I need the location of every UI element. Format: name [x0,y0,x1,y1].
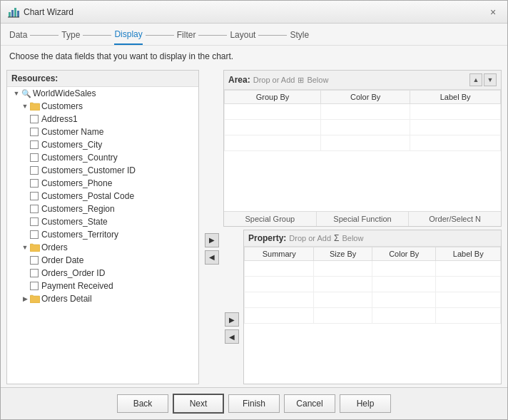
customers-postal-code-checkbox[interactable] [30,192,39,200]
finish-button[interactable]: Finish [228,394,280,413]
tree-container[interactable]: ▼ 🔍 WorldWideSales ▼ Customers [7,87,198,384]
orders-label: Orders [41,242,68,252]
property-table: Summary Size By Color By Label By [244,247,501,324]
customers-expand-icon[interactable]: ▼ [20,101,30,111]
tab-layout[interactable]: Layout [230,30,255,44]
area-table-body [225,104,501,151]
sub-tab-order-select-n[interactable]: Order/Select N [409,212,501,226]
tab-display[interactable]: Display [114,29,142,45]
address1-label: Address1 [41,114,78,124]
add-to-prop-button[interactable]: ▶ [225,312,239,327]
remove-from-prop-button[interactable]: ◀ [225,329,239,344]
cancel-button[interactable]: Cancel [284,394,335,413]
tree-item-orders-order-id[interactable]: Orders_Order ID [7,267,198,280]
customers-city-checkbox[interactable] [30,140,39,149]
window-title: Chart Wizard [24,7,73,17]
customers-label: Customers [41,101,83,111]
orders-expand-icon[interactable]: ▼ [20,242,30,252]
remove-from-area-button[interactable]: ◀ [205,250,219,265]
prop-empty-row-4 [245,307,501,323]
right-area: ▶ ◀ Area: Drop or Add ⊞ Below [203,70,502,384]
tree-item-customers[interactable]: ▼ Customers [7,100,198,113]
prop-empty-row-2 [245,276,501,292]
tree-root[interactable]: ▼ 🔍 WorldWideSales [7,87,198,100]
title-bar: Chart Wizard × [1,1,507,24]
area-col-label-by: Label By [410,91,501,104]
area-up-arrow[interactable]: ▲ [469,73,482,86]
tree-item-customers-territory[interactable]: Customers_Territory [7,228,198,241]
next-button[interactable]: Next [173,394,224,414]
root-expand-icon[interactable]: ▼ [11,88,21,98]
prop-col-size-by: Size By [314,247,372,260]
search-icon: 🔍 [21,89,31,98]
orders-detail-expand-icon[interactable]: ▶ [20,294,30,304]
orders-order-id-label: Orders_Order ID [41,268,105,278]
customers-territory-checkbox[interactable] [30,230,39,239]
area-col-group-by: Group By [225,91,321,104]
area-empty-row-1 [225,104,501,120]
tree-item-orders[interactable]: ▼ Orders [7,241,198,254]
add-to-area-button[interactable]: ▶ [205,233,219,247]
svg-rect-0 [9,12,11,17]
tab-sep-1 [30,35,59,36]
prop-drop-hint: Drop or Add [289,234,331,242]
close-button[interactable]: × [486,5,500,19]
tabs-row: Data Type Display Filter Layout Style [1,24,507,46]
area-sigma: ⊞ [298,76,304,85]
tree-item-customers-region[interactable]: Customers_Region [7,203,198,215]
customers-phone-checkbox[interactable] [30,179,39,188]
area-below-label: Below [307,76,328,84]
tree-root-label: WorldWideSales [33,88,96,98]
tree-item-customers-postal-code[interactable]: Customers_Postal Code [7,190,198,203]
customers-country-label: Customers_Country [41,153,118,163]
sub-tab-special-group[interactable]: Special Group [224,212,317,226]
area-drop-hint: Drop or Add [253,76,295,84]
description: Choose the data fields that you want to … [1,46,507,67]
orders-folder-icon [30,242,40,252]
help-button[interactable]: Help [340,394,391,413]
tab-data[interactable]: Data [9,30,27,44]
tree-item-order-date[interactable]: Order Date [7,254,198,267]
main-content: Resources: ▼ 🔍 WorldWideSales ▼ Customer [1,67,507,387]
tab-type[interactable]: Type [61,30,80,44]
chart-icon [8,6,19,18]
chart-wizard-window: Chart Wizard × Data Type Display Filter … [0,0,508,420]
customers-state-checkbox[interactable] [30,217,39,226]
tree-item-payment-received[interactable]: Payment Received [7,280,198,292]
tree-item-orders-detail[interactable]: ▶ Orders Detail [7,292,198,305]
sub-tab-special-function[interactable]: Special Function [317,212,410,226]
prop-col-label-by: Label By [436,247,501,260]
svg-rect-2 [14,8,16,17]
prop-col-summary: Summary [245,247,314,260]
area-down-arrow[interactable]: ▼ [484,73,497,86]
property-label: Property: [248,233,286,243]
address1-checkbox[interactable] [30,115,39,123]
customers-region-checkbox[interactable] [30,205,39,213]
tree-item-customer-name[interactable]: Customer Name [7,126,198,138]
payment-received-checkbox[interactable] [30,282,39,290]
property-table-body [245,260,501,323]
customers-country-checkbox[interactable] [30,153,39,162]
svg-rect-1 [11,10,14,17]
customers-customer-id-checkbox[interactable] [30,166,39,175]
area-empty-row-2 [225,120,501,135]
tree-item-customers-phone[interactable]: Customers_Phone [7,177,198,190]
tab-sep-2 [83,35,111,36]
tree-item-customers-state[interactable]: Customers_State [7,215,198,228]
orders-detail-folder-icon [30,294,40,304]
customer-name-checkbox[interactable] [30,128,39,136]
tree-item-customers-customer-id[interactable]: Customers_Customer ID [7,164,198,177]
back-button[interactable]: Back [117,394,168,413]
tree-item-address1[interactable]: Address1 [7,113,198,126]
tab-style[interactable]: Style [290,30,309,44]
tree-item-customers-country[interactable]: Customers_Country [7,151,198,164]
tree-item-customers-city[interactable]: Customers_City [7,138,198,151]
order-date-checkbox[interactable] [30,256,39,265]
area-label: Area: [228,75,250,85]
area-section: Area: Drop or Add ⊞ Below ▲ ▼ [223,70,502,227]
orders-order-id-checkbox[interactable] [30,269,39,277]
tab-filter[interactable]: Filter [177,30,196,44]
svg-rect-3 [17,11,19,17]
resources-label: Resources: [7,71,198,87]
title-bar-left: Chart Wizard [8,6,73,18]
